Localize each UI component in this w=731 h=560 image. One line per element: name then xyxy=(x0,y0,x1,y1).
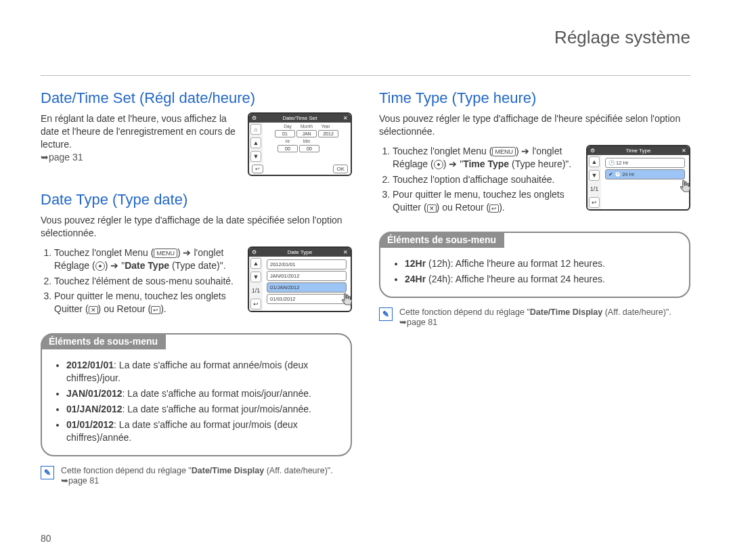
date-type-desc: Vous pouvez régler le type d'affichage d… xyxy=(41,214,352,240)
submenu-item: JAN/01/2012: La date s'affiche au format… xyxy=(66,387,338,400)
divider xyxy=(41,75,690,76)
gear-icon: ⚙ xyxy=(590,148,595,154)
down-icon[interactable]: ▼ xyxy=(250,272,261,282)
submenu-item: 01/JAN/2012: La date s'affiche au format… xyxy=(66,403,338,416)
time-option-selected[interactable]: ✔ 🕐 24 Hr xyxy=(605,169,685,179)
label-day: Day xyxy=(279,124,296,129)
close-icon[interactable]: ✕ xyxy=(343,115,348,121)
date-option[interactable]: 2012/01/01 xyxy=(267,259,347,270)
screen-title: Time Type xyxy=(626,148,651,154)
date-option[interactable]: JAN/01/2012 xyxy=(267,271,347,281)
ok-button[interactable]: OK xyxy=(333,165,348,173)
value-day[interactable]: 01 xyxy=(275,130,295,137)
close-icon[interactable]: ✕ xyxy=(682,148,686,154)
home-icon[interactable]: ⌂ xyxy=(250,124,261,135)
left-column: Date/Time Set (Régl date/heure) ⚙ Date/T… xyxy=(41,80,352,486)
note-icon: ✎ xyxy=(41,466,54,479)
close-icon[interactable]: ✕ xyxy=(343,249,348,255)
clock-icon: 🕐 xyxy=(608,160,615,166)
right-column: Time Type (Type heure) Vous pouvez régle… xyxy=(379,80,690,486)
menu-icon: MENU xyxy=(154,249,177,258)
page-number: 80 xyxy=(41,533,51,544)
page-header-title: Réglage système xyxy=(41,27,690,48)
page-indicator: 1/1 xyxy=(589,184,600,194)
heading-date-type: Date Type (Type date) xyxy=(41,191,352,209)
label-min: Min xyxy=(298,139,315,144)
screen-title: Date Type xyxy=(288,249,312,255)
value-year[interactable]: 2012 xyxy=(318,130,338,137)
return-icon[interactable]: ↩ xyxy=(250,299,261,309)
screen-datetime-set: ⚙ Date/Time Set ✕ ⌂ ▲ ▼ xyxy=(241,112,352,181)
close-icon: ✕ xyxy=(89,306,98,314)
time-option[interactable]: 🕐 12 Hr xyxy=(605,158,685,168)
up-icon[interactable]: ▲ xyxy=(589,156,600,167)
label-month: Month xyxy=(298,124,315,129)
submenu-item: 24Hr (24h): Affiche l'heure au format 24… xyxy=(405,273,677,286)
note: ✎ Cette fonction dépend du réglage "Date… xyxy=(379,307,690,327)
submenu-item: 01/01/2012: La date s'affiche au format … xyxy=(66,418,338,444)
down-icon[interactable]: ▼ xyxy=(589,170,600,181)
return-icon: ↩ xyxy=(151,306,160,314)
label-hr: Hr xyxy=(279,139,296,144)
gear-icon xyxy=(95,261,105,271)
two-columns: Date/Time Set (Régl date/heure) ⚙ Date/T… xyxy=(41,80,690,486)
submenu-title: Éléments de sous-menu xyxy=(41,333,166,349)
menu-icon: MENU xyxy=(492,147,516,156)
down-icon[interactable]: ▼ xyxy=(250,151,261,162)
date-option-selected[interactable]: 01/JAN/2012 xyxy=(267,282,347,293)
return-icon[interactable]: ↩ xyxy=(252,165,263,173)
screen-title: Date/Time Set xyxy=(283,115,317,121)
label-year: Year xyxy=(317,124,334,129)
value-month[interactable]: JAN xyxy=(296,130,317,137)
up-icon[interactable]: ▲ xyxy=(250,258,261,269)
note-icon: ✎ xyxy=(379,307,393,321)
value-hr[interactable]: 00 xyxy=(278,145,298,152)
gear-icon: ⚙ xyxy=(252,115,257,121)
page-indicator: 1/1 xyxy=(250,285,261,296)
submenu-title: Éléments de sous-menu xyxy=(379,232,504,248)
up-icon[interactable]: ▲ xyxy=(250,137,261,148)
check-icon: ✔ xyxy=(608,171,613,177)
gear-icon xyxy=(434,160,443,169)
date-option[interactable]: 01/01/2012 xyxy=(267,294,347,304)
note: ✎ Cette fonction dépend du réglage "Date… xyxy=(41,466,352,486)
submenu-item: 2012/01/01: La date s'affiche au format … xyxy=(66,359,338,385)
return-icon: ↩ xyxy=(489,204,499,213)
heading-datetime-set: Date/Time Set (Régl date/heure) xyxy=(41,89,352,107)
return-icon[interactable]: ↩ xyxy=(589,197,600,208)
gear-icon: ⚙ xyxy=(252,249,257,255)
submenu-elements-box: Éléments de sous-menu 2012/01/01: La dat… xyxy=(41,333,352,456)
submenu-elements-box: Éléments de sous-menu 12Hr (12h): Affich… xyxy=(379,232,690,298)
value-min[interactable]: 00 xyxy=(299,145,319,152)
close-icon: ✕ xyxy=(427,204,437,213)
screen-date-type: ⚙ Date Type ✕ ▲ ▼ 1/1 ↩ xyxy=(241,246,352,318)
page-ref: ➥page 31 xyxy=(41,152,83,163)
screen-time-type: ⚙ Time Type ✕ ▲ ▼ 1/1 ↩ xyxy=(579,145,690,216)
clock-icon: 🕐 xyxy=(615,171,621,177)
time-type-desc: Vous pouvez régler le type d'affichage d… xyxy=(379,112,690,138)
manual-page: Réglage système Date/Time Set (Régl date… xyxy=(0,0,731,560)
heading-time-type: Time Type (Type heure) xyxy=(379,89,690,107)
submenu-item: 12Hr (12h): Affiche l'heure au format 12… xyxy=(405,257,677,270)
